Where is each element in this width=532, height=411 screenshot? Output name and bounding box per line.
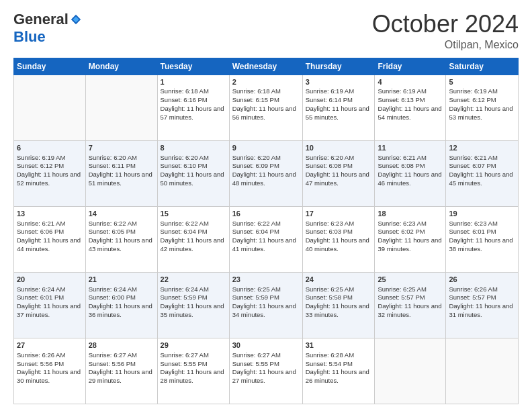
day-info: Sunrise: 6:19 AMSunset: 6:14 PMDaylight:… — [306, 87, 372, 122]
day-info: Sunrise: 6:23 AMSunset: 6:02 PMDaylight:… — [378, 220, 443, 254]
table-row: 4Sunrise: 6:19 AMSunset: 6:13 PMDaylight… — [375, 75, 446, 140]
sunset-text: Sunset: 6:11 PM — [89, 162, 136, 169]
day-number: 28 — [89, 340, 154, 351]
calendar-week-row: 20Sunrise: 6:24 AMSunset: 6:01 PMDayligh… — [14, 272, 519, 338]
day-number: 31 — [306, 340, 372, 351]
sunset-text: Sunset: 6:10 PM — [161, 162, 208, 169]
sunset-text: Sunset: 5:55 PM — [232, 360, 279, 367]
day-number: 9 — [232, 143, 300, 153]
daylight-text: Daylight: 11 hours and 45 minutes. — [449, 171, 513, 187]
day-info: Sunrise: 6:23 AMSunset: 6:01 PMDaylight:… — [449, 220, 515, 254]
logo-blue: Blue — [13, 28, 46, 45]
day-info: Sunrise: 6:20 AMSunset: 6:08 PMDaylight:… — [306, 154, 372, 188]
page: General Blue October 2024 Otilpan, Mexic… — [0, 0, 532, 411]
sunrise-text: Sunrise: 6:27 AM — [232, 351, 281, 359]
logo-icon — [70, 13, 82, 26]
day-info: Sunrise: 6:25 AMSunset: 5:58 PMDaylight:… — [306, 285, 372, 320]
sunset-text: Sunset: 6:14 PM — [306, 96, 353, 103]
title-block: October 2024 Otilpan, Mexico — [372, 11, 519, 51]
daylight-text: Daylight: 11 hours and 26 minutes. — [306, 368, 369, 384]
day-number: 21 — [89, 275, 154, 285]
col-tuesday: Tuesday — [157, 58, 229, 75]
sunset-text: Sunset: 5:54 PM — [306, 360, 353, 367]
day-info: Sunrise: 6:18 AMSunset: 6:16 PMDaylight:… — [161, 87, 226, 122]
table-row: 12Sunrise: 6:21 AMSunset: 6:07 PMDayligh… — [446, 140, 519, 206]
daylight-text: Daylight: 11 hours and 52 minutes. — [17, 171, 81, 187]
daylight-text: Daylight: 11 hours and 57 minutes. — [161, 105, 224, 121]
day-info: Sunrise: 6:20 AMSunset: 6:10 PMDaylight:… — [161, 154, 226, 188]
sunset-text: Sunset: 6:12 PM — [449, 96, 496, 103]
day-number: 10 — [306, 143, 372, 153]
daylight-text: Daylight: 11 hours and 33 minutes. — [306, 302, 369, 318]
day-info: Sunrise: 6:24 AMSunset: 6:00 PMDaylight:… — [89, 285, 154, 320]
daylight-text: Daylight: 11 hours and 32 minutes. — [378, 302, 441, 318]
sunrise-text: Sunrise: 6:20 AM — [161, 154, 209, 161]
day-info: Sunrise: 6:19 AMSunset: 6:12 PMDaylight:… — [17, 154, 83, 188]
month-title: October 2024 — [372, 11, 519, 38]
day-number: 23 — [232, 275, 300, 285]
sunset-text: Sunset: 5:59 PM — [232, 293, 279, 301]
daylight-text: Daylight: 11 hours and 46 minutes. — [378, 171, 441, 187]
daylight-text: Daylight: 11 hours and 29 minutes. — [89, 368, 152, 384]
daylight-text: Daylight: 11 hours and 51 minutes. — [89, 171, 152, 187]
sunset-text: Sunset: 5:59 PM — [161, 293, 208, 301]
daylight-text: Daylight: 11 hours and 54 minutes. — [378, 105, 441, 121]
day-info: Sunrise: 6:21 AMSunset: 6:06 PMDaylight:… — [17, 220, 83, 254]
table-row: 9Sunrise: 6:20 AMSunset: 6:09 PMDaylight… — [229, 140, 302, 206]
sunrise-text: Sunrise: 6:25 AM — [378, 285, 426, 293]
table-row: 16Sunrise: 6:22 AMSunset: 6:04 PMDayligh… — [229, 206, 302, 272]
sunrise-text: Sunrise: 6:18 AM — [232, 87, 281, 95]
sunset-text: Sunset: 5:56 PM — [89, 360, 136, 367]
daylight-text: Daylight: 11 hours and 31 minutes. — [449, 302, 513, 318]
table-row: 14Sunrise: 6:22 AMSunset: 6:05 PMDayligh… — [85, 206, 157, 272]
table-row: 7Sunrise: 6:20 AMSunset: 6:11 PMDaylight… — [85, 140, 157, 206]
sunrise-text: Sunrise: 6:21 AM — [449, 154, 497, 161]
table-row: 23Sunrise: 6:25 AMSunset: 5:59 PMDayligh… — [229, 272, 302, 338]
table-row: 3Sunrise: 6:19 AMSunset: 6:14 PMDaylight… — [302, 75, 375, 140]
sunrise-text: Sunrise: 6:27 AM — [161, 351, 209, 359]
sunrise-text: Sunrise: 6:23 AM — [378, 220, 426, 227]
day-info: Sunrise: 6:27 AMSunset: 5:55 PMDaylight:… — [232, 351, 300, 385]
sunrise-text: Sunrise: 6:25 AM — [232, 285, 281, 293]
sunset-text: Sunset: 6:03 PM — [306, 228, 353, 235]
table-row: 17Sunrise: 6:23 AMSunset: 6:03 PMDayligh… — [302, 206, 375, 272]
table-row: 19Sunrise: 6:23 AMSunset: 6:01 PMDayligh… — [446, 206, 519, 272]
daylight-text: Daylight: 11 hours and 47 minutes. — [306, 171, 369, 187]
table-row: 25Sunrise: 6:25 AMSunset: 5:57 PMDayligh… — [375, 272, 446, 338]
day-info: Sunrise: 6:26 AMSunset: 5:57 PMDaylight:… — [449, 285, 515, 320]
day-info: Sunrise: 6:20 AMSunset: 6:09 PMDaylight:… — [232, 154, 300, 188]
calendar-week-row: 27Sunrise: 6:26 AMSunset: 5:56 PMDayligh… — [14, 338, 519, 404]
day-number: 7 — [89, 143, 154, 153]
sunset-text: Sunset: 6:09 PM — [232, 162, 279, 169]
table-row: 24Sunrise: 6:25 AMSunset: 5:58 PMDayligh… — [302, 272, 375, 338]
day-info: Sunrise: 6:22 AMSunset: 6:04 PMDaylight:… — [161, 220, 226, 254]
table-row: 1Sunrise: 6:18 AMSunset: 6:16 PMDaylight… — [157, 75, 229, 140]
sunrise-text: Sunrise: 6:19 AM — [306, 87, 354, 95]
day-number: 12 — [449, 143, 515, 153]
sunset-text: Sunset: 5:58 PM — [306, 293, 353, 301]
daylight-text: Daylight: 11 hours and 56 minutes. — [232, 105, 296, 121]
day-info: Sunrise: 6:27 AMSunset: 5:56 PMDaylight:… — [89, 351, 154, 385]
sunrise-text: Sunrise: 6:18 AM — [161, 87, 209, 95]
sunrise-text: Sunrise: 6:25 AM — [306, 285, 354, 293]
day-number: 16 — [232, 209, 300, 219]
day-number: 1 — [161, 77, 226, 87]
day-number: 2 — [232, 77, 300, 87]
sunrise-text: Sunrise: 6:20 AM — [232, 154, 281, 161]
calendar: Sunday Monday Tuesday Wednesday Thursday… — [13, 58, 519, 404]
table-row — [375, 338, 446, 404]
sunrise-text: Sunrise: 6:26 AM — [449, 285, 497, 293]
table-row: 30Sunrise: 6:27 AMSunset: 5:55 PMDayligh… — [229, 338, 302, 404]
calendar-week-row: 13Sunrise: 6:21 AMSunset: 6:06 PMDayligh… — [14, 206, 519, 272]
location: Otilpan, Mexico — [372, 39, 519, 51]
day-info: Sunrise: 6:27 AMSunset: 5:55 PMDaylight:… — [161, 351, 226, 385]
table-row: 15Sunrise: 6:22 AMSunset: 6:04 PMDayligh… — [157, 206, 229, 272]
daylight-text: Daylight: 11 hours and 37 minutes. — [17, 302, 81, 318]
table-row: 22Sunrise: 6:24 AMSunset: 5:59 PMDayligh… — [157, 272, 229, 338]
daylight-text: Daylight: 11 hours and 55 minutes. — [306, 105, 369, 121]
sunset-text: Sunset: 6:04 PM — [232, 228, 279, 235]
table-row: 21Sunrise: 6:24 AMSunset: 6:00 PMDayligh… — [85, 272, 157, 338]
table-row: 28Sunrise: 6:27 AMSunset: 5:56 PMDayligh… — [85, 338, 157, 404]
sunrise-text: Sunrise: 6:27 AM — [89, 351, 137, 359]
table-row: 26Sunrise: 6:26 AMSunset: 5:57 PMDayligh… — [446, 272, 519, 338]
